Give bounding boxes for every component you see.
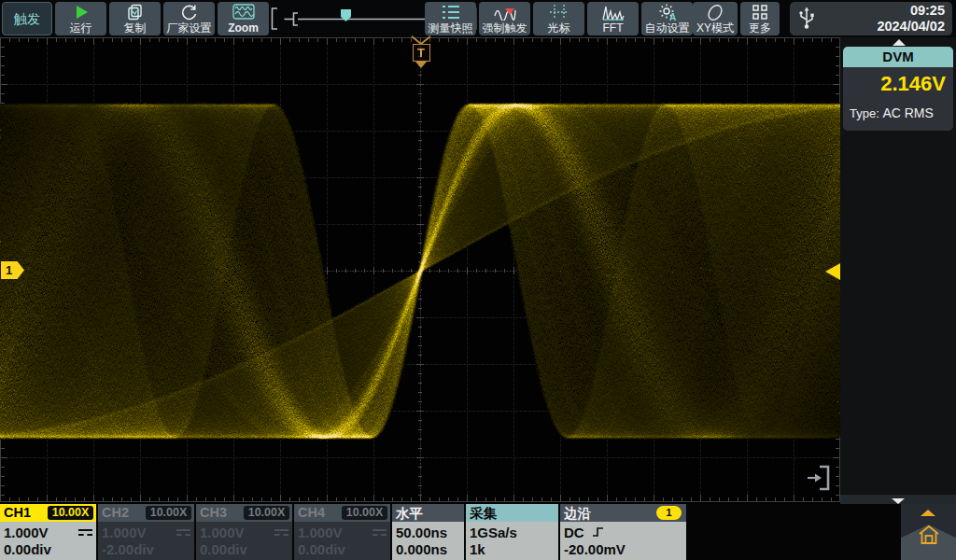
- ch1-name: CH1: [4, 505, 31, 520]
- trigger-flag-letter: T: [417, 46, 425, 60]
- horizontal-label: 水平: [396, 505, 423, 523]
- run-button[interactable]: 运行: [55, 2, 106, 35]
- zoom-button[interactable]: Zoom: [218, 2, 269, 35]
- horizontal-delay: 0.000ns: [396, 541, 447, 557]
- xy-mode-button[interactable]: XY模式: [693, 2, 738, 35]
- horizontal-status-block[interactable]: 水平 50.00ns 0.000ns: [392, 504, 464, 560]
- waveform-canvas: [0, 37, 840, 502]
- ch3-scale: 1.000V: [200, 525, 245, 540]
- more-label: 更多: [749, 21, 771, 35]
- more-grid-icon: [752, 3, 768, 21]
- auto-setup-gear-icon: A: [658, 3, 677, 21]
- dvm-panel-body: 2.146V Type: AC RMS: [843, 67, 953, 131]
- xy-mode-icon: [705, 3, 725, 21]
- factory-reset-icon: [180, 3, 198, 21]
- ch2-offset: -2.00div: [102, 541, 154, 557]
- home-icon[interactable]: [917, 523, 941, 547]
- ch2-scale: 1.000V: [102, 525, 147, 540]
- trigger-position-flag[interactable]: T: [413, 44, 430, 62]
- sidebar-scroll-up-icon[interactable]: [893, 39, 906, 46]
- more-button[interactable]: 更多: [740, 2, 780, 35]
- channel4-status-block[interactable]: CH4 10.00X 1.000V 0.00div: [294, 504, 390, 560]
- sidebar-scroll-down-icon[interactable]: [892, 498, 905, 504]
- trigger-level-value: -20.00mV: [564, 541, 626, 557]
- auto-setup-button[interactable]: A 自动设置: [641, 2, 693, 35]
- home-corner-block[interactable]: [901, 504, 956, 560]
- zoom-wave-icon: [232, 3, 255, 21]
- ch1-offset: 0.00div: [4, 541, 51, 557]
- ch2-dc-coupling-icon: [176, 529, 190, 536]
- svg-text:A: A: [669, 12, 676, 21]
- copy-icon: [126, 3, 145, 21]
- fft-icon: [602, 3, 625, 21]
- rising-edge-icon: [592, 525, 605, 538]
- cursor-button[interactable]: 光标: [533, 2, 584, 35]
- fft-button[interactable]: FFT: [587, 2, 639, 35]
- ch4-offset: 0.00div: [298, 541, 345, 557]
- ch4-name: CH4: [298, 505, 325, 520]
- ch1-scale: 1.000V: [4, 525, 49, 540]
- ch1-probe-ratio: 10.00X: [48, 506, 93, 520]
- ch4-scale: 1.000V: [298, 525, 343, 540]
- run-label: 运行: [70, 21, 92, 35]
- factory-setup-button[interactable]: 厂家设置: [163, 2, 215, 35]
- measure-snapshot-label: 测量快照: [429, 21, 473, 35]
- measure-snapshot-button[interactable]: 测量快照: [425, 2, 476, 35]
- right-sidebar: DVM 2.146V Type: AC RMS: [840, 37, 956, 560]
- trigger-menu-button[interactable]: 触发: [2, 2, 52, 35]
- ch3-dc-coupling-icon: [274, 529, 288, 536]
- trigger-coupling: DC: [564, 525, 584, 540]
- top-toolbar: 触发 运行 复制 厂: [0, 0, 956, 37]
- xy-mode-label: XY模式: [696, 21, 734, 35]
- zoom-label: Zoom: [228, 21, 259, 35]
- factory-setup-label: 厂家设置: [167, 21, 212, 35]
- measure-snapshot-icon: [441, 3, 461, 21]
- acquire-status-block[interactable]: 采集 1GSa/s 1k: [466, 504, 558, 560]
- dvm-type: Type: AC RMS: [850, 105, 934, 120]
- channel2-status-block[interactable]: CH2 10.00X 1.000V -2.00div: [98, 504, 194, 560]
- trigger-source-badge: 1: [656, 506, 682, 520]
- copy-button[interactable]: 复制: [109, 2, 161, 35]
- auto-setup-label: 自动设置: [645, 21, 690, 35]
- collapse-panel-icon[interactable]: [805, 462, 833, 497]
- ch3-name: CH3: [200, 505, 227, 520]
- play-icon: [73, 3, 90, 21]
- acquire-memory-depth: 1k: [470, 541, 485, 557]
- copy-label: 复制: [124, 21, 147, 35]
- waveform-display[interactable]: T 1: [0, 37, 840, 502]
- oscilloscope-screen: 触发 运行 复制 厂: [0, 0, 956, 560]
- channel1-marker-number: 1: [6, 263, 12, 277]
- ch3-probe-ratio: 10.00X: [244, 506, 289, 520]
- channel1-status-block[interactable]: CH1 10.00X 1.000V 0.00div: [0, 504, 96, 560]
- bottom-status-bar: CH1 10.00X 1.000V 0.00div CH2 10.00X 1.0…: [0, 504, 956, 560]
- trigger-menu-label: 触发: [14, 12, 40, 25]
- ch2-probe-ratio: 10.00X: [146, 506, 191, 520]
- acquire-label: 采集: [470, 505, 497, 523]
- clock-date: 2024/04/02: [877, 19, 945, 35]
- trigger-status-block[interactable]: 边沿 1 DC -20.00mV: [560, 504, 686, 560]
- acquire-sample-rate: 1GSa/s: [470, 525, 517, 540]
- fft-label: FFT: [603, 21, 624, 35]
- dvm-panel-title: DVM: [843, 47, 953, 67]
- trigger-type-label: 边沿: [564, 505, 591, 523]
- force-trigger-icon: [494, 3, 516, 21]
- dvm-value: 2.146V: [880, 72, 946, 96]
- ch1-dc-coupling-icon: [78, 529, 92, 536]
- ch4-dc-coupling-icon: [373, 529, 387, 536]
- ch2-name: CH2: [102, 505, 129, 520]
- horizontal-timebase: 50.00ns: [396, 525, 447, 540]
- dvm-panel[interactable]: DVM 2.146V Type: AC RMS: [843, 47, 953, 131]
- usb-icon: [796, 7, 817, 35]
- cursor-label: 光标: [548, 21, 570, 35]
- channel3-status-block[interactable]: CH3 10.00X 1.000V 0.00div: [196, 504, 292, 560]
- force-trigger-button[interactable]: 强制触发: [479, 2, 530, 35]
- menu-up-arrow-icon[interactable]: [921, 510, 935, 516]
- ch4-probe-ratio: 10.00X: [342, 506, 387, 520]
- ch3-offset: 0.00div: [200, 541, 247, 557]
- clock-box[interactable]: 09:25 2024/04/02: [790, 2, 952, 35]
- cursor-icon: [549, 3, 569, 21]
- clock-time: 09:25: [877, 3, 945, 19]
- force-trigger-label: 强制触发: [483, 21, 527, 35]
